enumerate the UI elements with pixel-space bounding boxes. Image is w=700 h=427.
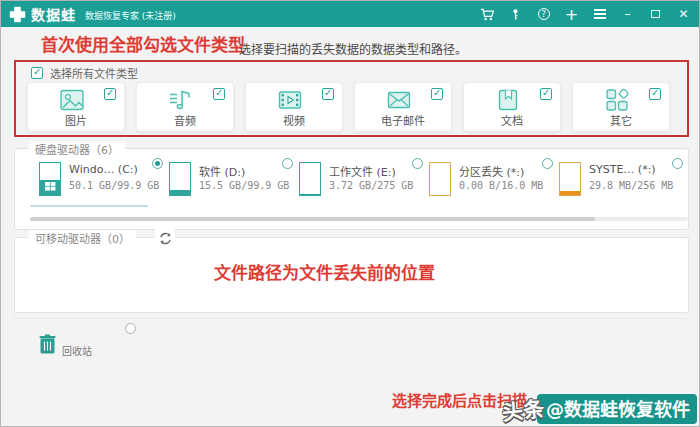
tile-checkbox[interactable] xyxy=(431,88,443,100)
tile-documents[interactable]: 文档 xyxy=(463,82,561,132)
horizontal-scrollbar-thumb[interactable] xyxy=(30,217,595,221)
image-icon xyxy=(58,86,86,114)
drive-lost-partition-icon xyxy=(429,162,451,196)
maximize-button[interactable] xyxy=(648,7,663,22)
close-button[interactable]: ✕ xyxy=(676,7,691,22)
tile-other[interactable]: 其它 xyxy=(572,82,670,132)
drive-name: Windo… (C:) xyxy=(69,163,138,176)
drive-name: 分区丢失 (*:) xyxy=(459,163,524,179)
horizontal-scrollbar-track[interactable] xyxy=(30,217,688,221)
trash-icon xyxy=(39,334,56,354)
watermark-prefix: 头条 xyxy=(501,392,546,426)
tile-checkbox[interactable] xyxy=(322,88,334,100)
key-icon[interactable] xyxy=(508,7,523,22)
drive-system[interactable]: SYSTE… (*:) 29.8 MB/256 MB xyxy=(557,161,683,205)
drive-e-icon xyxy=(299,162,321,196)
refresh-button[interactable] xyxy=(155,229,175,247)
minimize-button[interactable]: – xyxy=(620,7,635,22)
help-glyph: ? xyxy=(538,8,550,20)
tile-video[interactable]: 视频 xyxy=(245,82,343,132)
recycle-bin-radio[interactable] xyxy=(125,323,136,334)
plus-icon[interactable]: + xyxy=(564,7,579,22)
watermark-handle: @数据蛙恢复软件 xyxy=(537,394,697,424)
tile-audio[interactable]: 音频 xyxy=(136,82,234,132)
drive-size: 15.5 GB/99.9 GB xyxy=(199,180,289,191)
drive-size: 29.8 MB/256 MB xyxy=(589,180,673,191)
other-icon xyxy=(603,86,631,114)
select-all-row[interactable]: 选择所有文件类型 xyxy=(31,65,138,81)
select-all-checkbox[interactable] xyxy=(31,67,43,79)
tile-label: 视频 xyxy=(246,112,342,128)
annotation-top: 首次使用全部勾选文件类型 xyxy=(41,31,245,56)
app-window: 数据蛙 数据恢复专家 (未注册) ? + – ✕ 首次使用全部勾选文件类型 选择… xyxy=(0,0,700,427)
tile-checkbox[interactable] xyxy=(104,88,116,100)
drive-c-radio[interactable] xyxy=(152,158,163,169)
drive-lost-partition-radio[interactable] xyxy=(542,158,553,169)
hard-drives-title: 硬盘驱动器（6） xyxy=(29,141,125,157)
tile-label: 电子邮件 xyxy=(355,112,451,128)
drive-e-radio[interactable] xyxy=(412,158,423,169)
bottom-divider xyxy=(14,318,689,319)
drive-size: 0.00 B/16.0 MB xyxy=(459,180,543,191)
windows-logo-icon xyxy=(45,182,56,191)
tile-email[interactable]: 电子邮件 xyxy=(354,82,452,132)
drive-size: 3.72 GB/275 GB xyxy=(329,180,413,191)
app-subtitle: 数据恢复专家 (未注册) xyxy=(85,9,176,22)
menu-icon[interactable] xyxy=(592,7,607,22)
drive-system-radio[interactable] xyxy=(672,158,683,169)
tile-label: 文档 xyxy=(464,112,560,128)
drive-d-icon xyxy=(169,162,191,196)
drive-lost-partition[interactable]: 分区丢失 (*:) 0.00 B/16.0 MB xyxy=(427,161,553,205)
recycle-bin-label: 回收站 xyxy=(62,343,92,358)
select-all-label: 选择所有文件类型 xyxy=(50,65,138,81)
app-logo-icon xyxy=(9,6,26,23)
tile-checkbox[interactable] xyxy=(540,88,552,100)
document-icon xyxy=(494,86,522,114)
drive-name: SYSTE… (*:) xyxy=(589,163,656,176)
titlebar: 数据蛙 数据恢复专家 (未注册) ? + – ✕ xyxy=(1,1,699,27)
drive-c[interactable]: Windo… (C:) 50.1 GB/99.9 GB xyxy=(37,161,163,205)
hard-drives-panel: 硬盘驱动器（6） Windo… (C:) 50.1 GB/99.9 GB 软件 … xyxy=(14,148,689,230)
drive-d[interactable]: 软件 (D:) 15.5 GB/99.9 GB xyxy=(167,161,293,205)
tile-label: 其它 xyxy=(573,112,669,128)
tile-label: 音频 xyxy=(137,112,233,128)
instruction-text: 选择要扫描的丢失数据的数据类型和路径。 xyxy=(239,40,467,57)
file-type-tiles: 图片 音频 视频 xyxy=(27,82,677,132)
removable-drives-panel: 可移动驱动器（0） 文件路径为文件丢失前的位置 xyxy=(14,237,689,313)
help-icon[interactable]: ? xyxy=(536,7,551,22)
drive-system-icon xyxy=(559,162,581,196)
cart-icon[interactable] xyxy=(480,7,495,22)
drive-size: 50.1 GB/99.9 GB xyxy=(69,180,159,191)
tile-checkbox[interactable] xyxy=(213,88,225,100)
drive-d-radio[interactable] xyxy=(282,158,293,169)
drive-e[interactable]: 工作文件 (E:) 3.72 GB/275 GB xyxy=(297,161,423,205)
audio-icon xyxy=(167,86,195,114)
watermark: 头条 @数据蛙恢复软件 xyxy=(502,394,697,424)
drive-name: 工作文件 (E:) xyxy=(329,163,396,179)
tile-images[interactable]: 图片 xyxy=(27,82,125,132)
video-icon xyxy=(276,86,304,114)
drive-c-icon xyxy=(39,162,61,196)
drive-name: 软件 (D:) xyxy=(199,163,245,179)
annotation-middle: 文件路径为文件丢失前的位置 xyxy=(214,259,435,284)
refresh-icon xyxy=(158,231,173,246)
email-icon xyxy=(385,86,413,114)
removable-drives-title: 可移动驱动器（0） xyxy=(29,230,136,246)
app-name: 数据蛙 xyxy=(31,4,76,24)
recycle-bin-item[interactable]: 回收站 xyxy=(36,321,142,361)
selected-drive-underline xyxy=(30,205,148,207)
tile-checkbox[interactable] xyxy=(649,88,661,100)
tile-label: 图片 xyxy=(28,112,124,128)
